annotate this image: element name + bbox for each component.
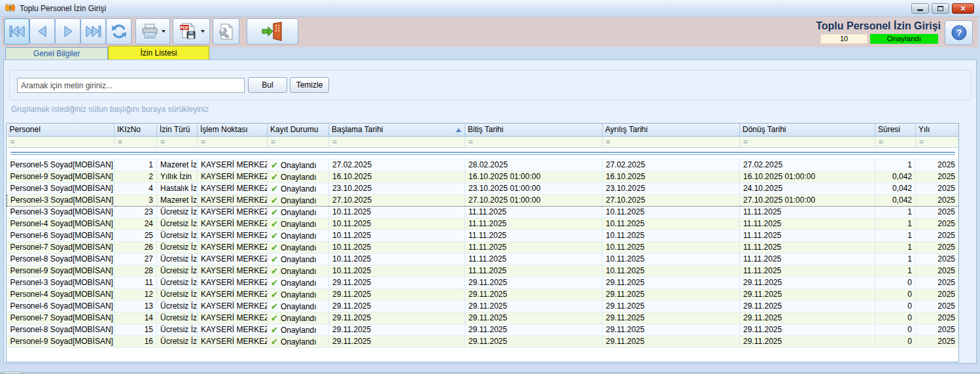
cell-personel[interactable]: Personel-8 Soyad[MOBİSAN] — [7, 253, 114, 265]
cell-personel[interactable]: Personel-9 Soyad[MOBİSAN] — [7, 171, 114, 182]
cell-islem_noktasi[interactable]: KAYSERİ MERKEZ — [198, 206, 268, 218]
cell-kayit_durumu[interactable]: ✔Onaylandı — [268, 335, 329, 347]
cell-suresi[interactable]: 1 — [875, 206, 916, 218]
table-row[interactable]: Personel-3 Soyad[MOBİSAN]23Ücretsiz İzin… — [7, 206, 959, 218]
cell-baslama_tarihi[interactable]: 10.11.2025 — [329, 265, 465, 277]
filter-cell-ayrilis_tarihi[interactable]: = — [603, 136, 740, 147]
cell-islem_noktasi[interactable]: KAYSERİ MERKEZ — [198, 312, 268, 324]
cell-bitis_tarihi[interactable]: 11.11.2025 — [465, 253, 603, 265]
cell-kayit_durumu[interactable]: ✔Onaylandı — [268, 300, 329, 312]
cell-donus_tarihi[interactable]: 29.11.2025 — [740, 324, 875, 335]
cell-islem_noktasi[interactable]: KAYSERİ MERKEZ — [198, 194, 268, 206]
filter-cell-ikizno[interactable]: = — [114, 136, 157, 147]
cell-bitis_tarihi[interactable]: 29.11.2025 — [465, 288, 603, 300]
refresh-button[interactable] — [106, 18, 131, 44]
cell-suresi[interactable]: 0 — [875, 277, 916, 288]
cell-bitis_tarihi[interactable]: 28.02.2025 — [465, 159, 603, 171]
cell-yili[interactable]: 2025 — [916, 182, 959, 194]
cell-baslama_tarihi[interactable]: 29.11.2025 — [329, 324, 465, 335]
cell-izin_turu[interactable]: Ücretsiz İzin — [157, 300, 198, 312]
cell-baslama_tarihi[interactable]: 29.11.2025 — [329, 300, 465, 312]
cell-yili[interactable]: 2025 — [916, 194, 959, 206]
cell-islem_noktasi[interactable]: KAYSERİ MERKEZ — [198, 218, 268, 230]
cell-izin_turu[interactable]: Ücretsiz İzin — [157, 230, 198, 241]
column-header-personel[interactable]: Personel — [7, 124, 114, 136]
filter-cell-islem_noktasi[interactable]: = — [198, 136, 268, 147]
cell-ayrilis_tarihi[interactable]: 10.11.2025 — [603, 230, 740, 241]
cell-islem_noktasi[interactable]: KAYSERİ MERKEZ — [198, 241, 268, 253]
cell-bitis_tarihi[interactable]: 16.10.2025 01:00:00 — [465, 171, 603, 182]
column-header-ikizno[interactable]: IKIzNo — [114, 124, 157, 136]
table-row[interactable]: Personel-3 Soyad[MOBİSAN]4Hastalık İzniK… — [7, 182, 959, 194]
cell-ikizno[interactable]: 15 — [114, 324, 157, 335]
cell-personel[interactable]: Personel-3 Soyad[MOBİSAN] — [7, 206, 114, 218]
cell-donus_tarihi[interactable]: 29.11.2025 — [740, 300, 875, 312]
cell-baslama_tarihi[interactable]: 27.02.2025 — [329, 159, 465, 171]
cell-kayit_durumu[interactable]: ✔Onaylandı — [268, 218, 329, 230]
cell-izin_turu[interactable]: Ücretsiz İzin — [157, 288, 198, 300]
filter-cell-personel[interactable]: = — [7, 136, 114, 147]
cell-yili[interactable]: 2025 — [916, 277, 959, 288]
cell-suresi[interactable]: 0 — [875, 300, 916, 312]
cell-personel[interactable]: Personel-8 Soyad[MOBİSAN] — [7, 324, 114, 335]
next-record-button[interactable] — [55, 18, 80, 44]
cell-yili[interactable]: 2025 — [916, 241, 959, 253]
cell-islem_noktasi[interactable]: KAYSERİ MERKEZ — [198, 324, 268, 335]
cell-bitis_tarihi[interactable]: 29.11.2025 — [465, 312, 603, 324]
cell-kayit_durumu[interactable]: ✔Onaylandı — [268, 312, 329, 324]
cell-ikizno[interactable]: 25 — [114, 230, 157, 241]
cell-bitis_tarihi[interactable]: 27.10.2025 01:00:00 — [465, 194, 603, 206]
cell-baslama_tarihi[interactable]: 10.11.2025 — [329, 218, 465, 230]
cell-ikizno[interactable]: 12 — [114, 288, 157, 300]
table-row[interactable]: Personel-4 Soyad[MOBİSAN]12Ücretsiz İzin… — [7, 288, 959, 300]
cell-donus_tarihi[interactable]: 29.11.2025 — [740, 335, 875, 347]
close-button[interactable]: ✕ — [952, 3, 974, 14]
cell-islem_noktasi[interactable]: KAYSERİ MERKEZ — [198, 335, 268, 347]
cell-ikizno[interactable]: 3 — [114, 194, 157, 206]
cell-personel[interactable]: Personel-9 Soyad[MOBİSAN] — [7, 265, 114, 277]
cell-baslama_tarihi[interactable]: 10.11.2025 — [329, 230, 465, 241]
cell-islem_noktasi[interactable]: KAYSERİ MERKEZ — [198, 230, 268, 241]
cell-bitis_tarihi[interactable]: 29.11.2025 — [465, 277, 603, 288]
cell-personel[interactable]: Personel-7 Soyad[MOBİSAN] — [7, 312, 114, 324]
cell-yili[interactable]: 2025 — [916, 159, 959, 171]
cell-donus_tarihi[interactable]: 11.11.2025 — [740, 218, 875, 230]
cell-bitis_tarihi[interactable]: 11.11.2025 — [465, 206, 603, 218]
cell-yili[interactable]: 2025 — [916, 253, 959, 265]
cell-kayit_durumu[interactable]: ✔Onaylandı — [268, 171, 329, 182]
cell-donus_tarihi[interactable]: 11.11.2025 — [740, 230, 875, 241]
cell-islem_noktasi[interactable]: KAYSERİ MERKEZ — [198, 265, 268, 277]
cell-islem_noktasi[interactable]: KAYSERİ MERKEZ — [198, 277, 268, 288]
cell-personel[interactable]: Personel-3 Soyad[MOBİSAN] — [7, 277, 114, 288]
cell-ayrilis_tarihi[interactable]: 16.10.2025 — [603, 171, 740, 182]
table-row[interactable]: Personel-4 Soyad[MOBİSAN]24Ücretsiz İzin… — [7, 218, 959, 230]
cell-islem_noktasi[interactable]: KAYSERİ MERKEZ — [198, 253, 268, 265]
cell-izin_turu[interactable]: Ücretsiz İzin — [157, 312, 198, 324]
column-header-islem_noktasi[interactable]: İşlem Noktası — [198, 124, 268, 136]
column-header-baslama_tarihi[interactable]: Başlama Tarihi — [329, 124, 465, 136]
cell-kayit_durumu[interactable]: ✔Onaylandı — [268, 182, 329, 194]
cell-izin_turu[interactable]: Ücretsiz İzin — [157, 265, 198, 277]
report-design-button[interactable] — [213, 18, 239, 44]
cell-donus_tarihi[interactable]: 11.11.2025 — [740, 253, 875, 265]
cell-bitis_tarihi[interactable]: 29.11.2025 — [465, 300, 603, 312]
cell-kayit_durumu[interactable]: ✔Onaylandı — [268, 241, 329, 253]
cell-ayrilis_tarihi[interactable]: 29.11.2025 — [603, 312, 740, 324]
cell-baslama_tarihi[interactable]: 10.11.2025 — [329, 206, 465, 218]
cell-ikizno[interactable]: 26 — [114, 241, 157, 253]
cell-ikizno[interactable]: 27 — [114, 253, 157, 265]
cell-kayit_durumu[interactable]: ✔Onaylandı — [268, 230, 329, 241]
cell-ayrilis_tarihi[interactable]: 10.11.2025 — [603, 253, 740, 265]
cell-yili[interactable]: 2025 — [916, 324, 959, 335]
cell-donus_tarihi[interactable]: 24.10.2025 — [740, 182, 875, 194]
column-header-ayrilis_tarihi[interactable]: Ayrılış Tarihi — [603, 124, 740, 136]
cell-yili[interactable]: 2025 — [916, 335, 959, 347]
cell-bitis_tarihi[interactable]: 11.11.2025 — [465, 218, 603, 230]
cell-ayrilis_tarihi[interactable]: 29.11.2025 — [603, 324, 740, 335]
cell-personel[interactable]: Personel-6 Soyad[MOBİSAN] — [7, 230, 114, 241]
cell-suresi[interactable]: 0 — [875, 335, 916, 347]
search-input[interactable] — [17, 78, 245, 93]
cell-ikizno[interactable]: 1 — [114, 159, 157, 171]
cell-donus_tarihi[interactable]: 16.10.2025 01:00:00 — [740, 171, 875, 182]
cell-ayrilis_tarihi[interactable]: 27.02.2025 — [603, 159, 740, 171]
